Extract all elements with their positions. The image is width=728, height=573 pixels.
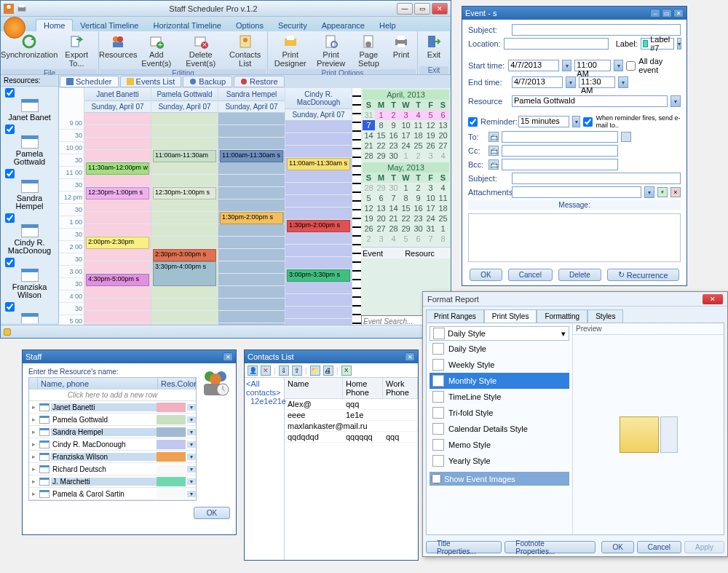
tab-backup[interactable]: Backup (183, 76, 232, 87)
reminder-email-checkbox[interactable] (583, 117, 593, 127)
footnote-properties-button[interactable]: Footnote Properties... (505, 541, 596, 553)
tab-print-ranges[interactable]: Print Ranges (426, 309, 484, 323)
app-menu-orb[interactable] (4, 17, 25, 39)
minimize-button[interactable]: — (397, 3, 413, 15)
reminder-dd[interactable]: ▾ (572, 116, 580, 127)
resource-item[interactable]: Janet Banet (2, 88, 57, 122)
email-subject-input[interactable] (512, 173, 681, 184)
contact-export-icon[interactable]: ⇧ (292, 365, 302, 376)
export-button[interactable]: Export To... (56, 33, 97, 69)
appointment[interactable]: 11:00am-11:30am s (220, 150, 283, 162)
staff-row[interactable]: ▸J. Marchetti▾ (29, 475, 196, 488)
ribbon-tab-htimeline[interactable]: Horizontal Timeline (146, 20, 229, 31)
contact-add-icon[interactable]: 👤 (248, 365, 258, 376)
format-ok-button[interactable]: OK (601, 541, 633, 553)
event-delete-button[interactable]: Delete (558, 269, 601, 281)
appointment[interactable]: 2:30pm-3:00pm s (153, 249, 216, 261)
contacts-close-button[interactable]: ✕ (405, 352, 415, 361)
tab-styles[interactable]: Styles (587, 309, 623, 323)
color-dropdown[interactable]: ▾ (187, 404, 196, 411)
start-time-input[interactable]: 11:00 AM (574, 60, 611, 71)
resource-item[interactable]: Pamela Gottwald (2, 125, 57, 166)
contact-print-icon[interactable]: 🖨 (323, 365, 333, 376)
color-dropdown[interactable]: ▾ (187, 491, 196, 497)
appointment[interactable]: 4:30pm-5:00pm s (86, 274, 149, 286)
contact-row[interactable]: qqdqdqdqqqqqqqqq (285, 432, 418, 443)
sync-button[interactable]: Synchronization (2, 33, 56, 69)
staff-row[interactable]: ▸Sandra Hempel▾ (29, 426, 196, 438)
color-dropdown[interactable]: ▾ (187, 466, 196, 473)
exit-button[interactable]: Exit (419, 33, 448, 60)
format-close-button[interactable]: ✕ (703, 294, 723, 304)
staff-close-button[interactable]: ✕ (223, 352, 233, 361)
start-date-dd[interactable]: ▾ (562, 60, 571, 71)
appointment[interactable]: 1:30pm-2:00pm s (220, 212, 283, 224)
to-addressbook-icon[interactable]: 📇 (488, 132, 499, 142)
event-maximize-button[interactable]: ▭ (662, 9, 672, 17)
to-input[interactable] (502, 131, 618, 143)
contact-excel-icon[interactable]: X (341, 365, 352, 376)
add-event-button[interactable]: +Add Event(s) (136, 33, 177, 69)
resource-checkbox[interactable] (5, 213, 15, 223)
resource-checkbox[interactable] (5, 88, 15, 98)
staff-row[interactable]: ▸Richard Deutsch▾ (29, 463, 196, 475)
resource-dropdown[interactable]: Pamela Gottwald (512, 95, 668, 107)
appointment[interactable]: 11:00am-11:30am (153, 150, 216, 162)
staff-row[interactable]: ▸Janet Banetti▾ (29, 401, 196, 414)
style-item[interactable]: Calendar Details Style (430, 421, 569, 437)
allday-checkbox[interactable] (626, 61, 636, 71)
ribbon-tab-security[interactable]: Security (271, 20, 314, 31)
attach-add-icon[interactable]: + (657, 187, 668, 197)
style-combo[interactable]: Daily Style▾ (430, 326, 569, 341)
contact-import-icon[interactable]: ⇩ (279, 365, 289, 376)
show-event-images-option[interactable]: Show Event Images (430, 472, 569, 486)
ribbon-tab-options[interactable]: Options (229, 20, 271, 31)
resource-checkbox[interactable] (5, 302, 15, 312)
print-icon[interactable] (17, 4, 27, 14)
print-designer-button[interactable]: Print Designer (269, 33, 312, 69)
color-dropdown[interactable]: ▾ (187, 416, 196, 423)
delete-event-button[interactable]: ×Delete Event(s) (177, 33, 224, 69)
attach-dd[interactable]: ▾ (644, 186, 654, 198)
style-item[interactable]: Daily Style (430, 341, 569, 357)
subject-input[interactable] (512, 24, 681, 36)
event-recurrence-button[interactable]: ↻Recurrence (607, 269, 679, 281)
event-cancel-button[interactable]: Cancel (508, 269, 553, 281)
start-time-dd[interactable]: ▾ (614, 60, 623, 71)
appointment[interactable]: 3:30pm-4:00pm s (153, 261, 216, 286)
attach-remove-icon[interactable]: × (670, 187, 681, 197)
resource-item[interactable]: Cindy R. MacDonoug (2, 213, 57, 255)
event-ok-button[interactable]: OK (470, 269, 502, 281)
tab-formatting[interactable]: Formatting (537, 309, 587, 323)
cc-addressbook-icon[interactable]: 📇 (488, 146, 499, 156)
style-item[interactable]: Monthly Style (430, 373, 569, 389)
print-preview-button[interactable]: Print Preview (312, 33, 351, 69)
show-images-checkbox[interactable] (432, 474, 441, 483)
ribbon-tab-appearance[interactable]: Appearance (314, 20, 372, 31)
event-close-button[interactable]: ✕ (673, 9, 684, 17)
contact-row[interactable]: eeee1e1e (285, 410, 418, 421)
color-dropdown[interactable]: ▾ (187, 478, 196, 485)
appointment[interactable]: 12:30pm-1:00pm s (86, 187, 149, 199)
resource-checkbox[interactable] (5, 169, 15, 178)
schedule-body[interactable]: 11:00am-11:30am12:30pm-1:00pm s2:30pm-3:… (151, 113, 218, 328)
contact-row[interactable]: Alex@qqq (285, 399, 418, 410)
title-properties-button[interactable]: Title Properties... (426, 541, 502, 553)
staff-ok-button[interactable]: OK (194, 507, 230, 519)
start-date-input[interactable]: 4/7/2013 (508, 60, 559, 71)
end-time-dd[interactable]: ▾ (618, 76, 628, 88)
appointment[interactable]: 12:30pm-1:00pm s (153, 187, 216, 199)
appointment[interactable]: 2:00pm-2:30pm (86, 237, 149, 249)
resources-button[interactable]: Resources (100, 33, 135, 69)
tab-print-styles[interactable]: Print Styles (484, 309, 537, 323)
tab-restore[interactable]: Restore (234, 76, 285, 87)
style-item[interactable]: Yearly Style (430, 453, 569, 469)
resource-item[interactable]: Sandra Hempel (2, 169, 57, 210)
staff-row[interactable]: ▸Cindy R. MacDonough▾ (29, 438, 196, 451)
mini-cal-may[interactable]: May, 2013 SMTWTFS28293012345678910111213… (363, 162, 449, 244)
event-minimize-button[interactable]: – (650, 9, 660, 17)
ribbon-tab-help[interactable]: Help (372, 20, 403, 31)
print-button[interactable]: Print (387, 33, 416, 69)
appointment[interactable]: 11:30am-12:00pm w (86, 162, 149, 175)
contacts-button[interactable]: Contacts List (224, 33, 265, 69)
